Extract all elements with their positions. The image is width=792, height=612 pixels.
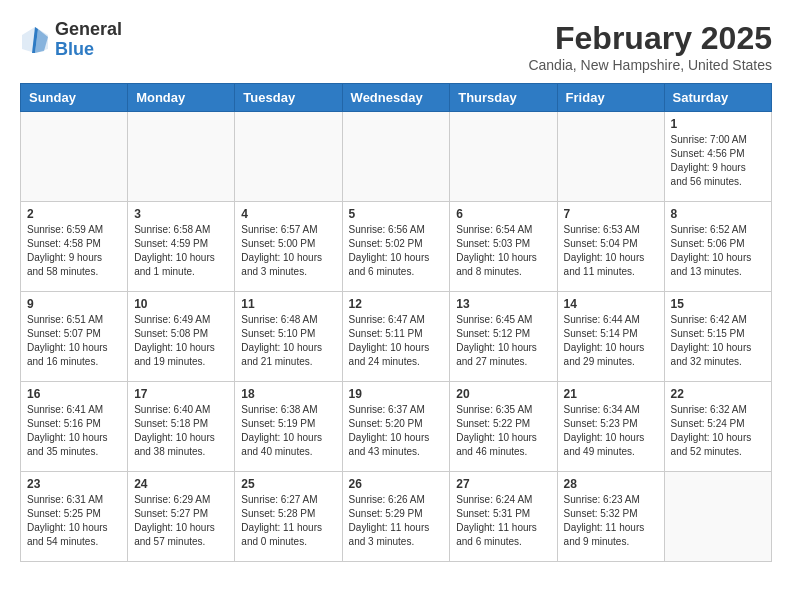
day-info: Sunrise: 6:59 AM Sunset: 4:58 PM Dayligh…: [27, 223, 121, 279]
day-info: Sunrise: 6:34 AM Sunset: 5:23 PM Dayligh…: [564, 403, 658, 459]
day-info: Sunrise: 6:31 AM Sunset: 5:25 PM Dayligh…: [27, 493, 121, 549]
day-number: 26: [349, 477, 444, 491]
calendar-week-row: 2Sunrise: 6:59 AM Sunset: 4:58 PM Daylig…: [21, 202, 772, 292]
title-area: February 2025 Candia, New Hampshire, Uni…: [528, 20, 772, 73]
day-info: Sunrise: 6:54 AM Sunset: 5:03 PM Dayligh…: [456, 223, 550, 279]
calendar-table: SundayMondayTuesdayWednesdayThursdayFrid…: [20, 83, 772, 562]
day-number: 16: [27, 387, 121, 401]
calendar-day-cell: 21Sunrise: 6:34 AM Sunset: 5:23 PM Dayli…: [557, 382, 664, 472]
calendar-day-cell: 6Sunrise: 6:54 AM Sunset: 5:03 PM Daylig…: [450, 202, 557, 292]
calendar-day-cell: [342, 112, 450, 202]
day-number: 10: [134, 297, 228, 311]
day-number: 9: [27, 297, 121, 311]
calendar-day-cell: [235, 112, 342, 202]
calendar-day-cell: 22Sunrise: 6:32 AM Sunset: 5:24 PM Dayli…: [664, 382, 771, 472]
day-number: 24: [134, 477, 228, 491]
day-info: Sunrise: 6:29 AM Sunset: 5:27 PM Dayligh…: [134, 493, 228, 549]
calendar-subtitle: Candia, New Hampshire, United States: [528, 57, 772, 73]
calendar-day-cell: [128, 112, 235, 202]
day-info: Sunrise: 6:23 AM Sunset: 5:32 PM Dayligh…: [564, 493, 658, 549]
day-number: 27: [456, 477, 550, 491]
day-info: Sunrise: 6:57 AM Sunset: 5:00 PM Dayligh…: [241, 223, 335, 279]
day-info: Sunrise: 7:00 AM Sunset: 4:56 PM Dayligh…: [671, 133, 765, 189]
day-info: Sunrise: 6:44 AM Sunset: 5:14 PM Dayligh…: [564, 313, 658, 369]
day-number: 8: [671, 207, 765, 221]
day-number: 20: [456, 387, 550, 401]
day-number: 12: [349, 297, 444, 311]
day-info: Sunrise: 6:52 AM Sunset: 5:06 PM Dayligh…: [671, 223, 765, 279]
calendar-day-cell: [664, 472, 771, 562]
calendar-day-cell: 13Sunrise: 6:45 AM Sunset: 5:12 PM Dayli…: [450, 292, 557, 382]
weekday-header-thursday: Thursday: [450, 84, 557, 112]
calendar-day-cell: 20Sunrise: 6:35 AM Sunset: 5:22 PM Dayli…: [450, 382, 557, 472]
weekday-header-monday: Monday: [128, 84, 235, 112]
calendar-day-cell: [450, 112, 557, 202]
day-info: Sunrise: 6:35 AM Sunset: 5:22 PM Dayligh…: [456, 403, 550, 459]
logo-text: General Blue: [55, 20, 122, 60]
logo-general-text: General: [55, 20, 122, 40]
weekday-header-row: SundayMondayTuesdayWednesdayThursdayFrid…: [21, 84, 772, 112]
day-number: 5: [349, 207, 444, 221]
day-number: 28: [564, 477, 658, 491]
calendar-day-cell: 9Sunrise: 6:51 AM Sunset: 5:07 PM Daylig…: [21, 292, 128, 382]
calendar-day-cell: 26Sunrise: 6:26 AM Sunset: 5:29 PM Dayli…: [342, 472, 450, 562]
logo-icon: [20, 25, 50, 55]
page-header: General Blue February 2025 Candia, New H…: [20, 20, 772, 73]
calendar-day-cell: 12Sunrise: 6:47 AM Sunset: 5:11 PM Dayli…: [342, 292, 450, 382]
day-number: 21: [564, 387, 658, 401]
calendar-title: February 2025: [528, 20, 772, 57]
day-info: Sunrise: 6:47 AM Sunset: 5:11 PM Dayligh…: [349, 313, 444, 369]
calendar-day-cell: 28Sunrise: 6:23 AM Sunset: 5:32 PM Dayli…: [557, 472, 664, 562]
day-number: 3: [134, 207, 228, 221]
day-number: 4: [241, 207, 335, 221]
calendar-week-row: 1Sunrise: 7:00 AM Sunset: 4:56 PM Daylig…: [21, 112, 772, 202]
logo: General Blue: [20, 20, 122, 60]
day-info: Sunrise: 6:41 AM Sunset: 5:16 PM Dayligh…: [27, 403, 121, 459]
calendar-week-row: 9Sunrise: 6:51 AM Sunset: 5:07 PM Daylig…: [21, 292, 772, 382]
calendar-day-cell: 10Sunrise: 6:49 AM Sunset: 5:08 PM Dayli…: [128, 292, 235, 382]
calendar-week-row: 23Sunrise: 6:31 AM Sunset: 5:25 PM Dayli…: [21, 472, 772, 562]
day-info: Sunrise: 6:24 AM Sunset: 5:31 PM Dayligh…: [456, 493, 550, 549]
day-number: 22: [671, 387, 765, 401]
calendar-day-cell: [557, 112, 664, 202]
calendar-day-cell: 18Sunrise: 6:38 AM Sunset: 5:19 PM Dayli…: [235, 382, 342, 472]
day-number: 1: [671, 117, 765, 131]
weekday-header-wednesday: Wednesday: [342, 84, 450, 112]
day-number: 18: [241, 387, 335, 401]
calendar-day-cell: 3Sunrise: 6:58 AM Sunset: 4:59 PM Daylig…: [128, 202, 235, 292]
day-info: Sunrise: 6:53 AM Sunset: 5:04 PM Dayligh…: [564, 223, 658, 279]
logo-blue-text: Blue: [55, 40, 122, 60]
day-number: 11: [241, 297, 335, 311]
calendar-day-cell: [21, 112, 128, 202]
calendar-day-cell: 8Sunrise: 6:52 AM Sunset: 5:06 PM Daylig…: [664, 202, 771, 292]
day-number: 13: [456, 297, 550, 311]
day-number: 25: [241, 477, 335, 491]
day-number: 14: [564, 297, 658, 311]
day-info: Sunrise: 6:56 AM Sunset: 5:02 PM Dayligh…: [349, 223, 444, 279]
day-info: Sunrise: 6:49 AM Sunset: 5:08 PM Dayligh…: [134, 313, 228, 369]
calendar-day-cell: 24Sunrise: 6:29 AM Sunset: 5:27 PM Dayli…: [128, 472, 235, 562]
calendar-week-row: 16Sunrise: 6:41 AM Sunset: 5:16 PM Dayli…: [21, 382, 772, 472]
day-info: Sunrise: 6:27 AM Sunset: 5:28 PM Dayligh…: [241, 493, 335, 549]
day-number: 2: [27, 207, 121, 221]
day-info: Sunrise: 6:51 AM Sunset: 5:07 PM Dayligh…: [27, 313, 121, 369]
calendar-day-cell: 16Sunrise: 6:41 AM Sunset: 5:16 PM Dayli…: [21, 382, 128, 472]
weekday-header-sunday: Sunday: [21, 84, 128, 112]
day-number: 7: [564, 207, 658, 221]
day-number: 6: [456, 207, 550, 221]
calendar-day-cell: 23Sunrise: 6:31 AM Sunset: 5:25 PM Dayli…: [21, 472, 128, 562]
calendar-day-cell: 11Sunrise: 6:48 AM Sunset: 5:10 PM Dayli…: [235, 292, 342, 382]
day-number: 15: [671, 297, 765, 311]
day-info: Sunrise: 6:32 AM Sunset: 5:24 PM Dayligh…: [671, 403, 765, 459]
calendar-day-cell: 2Sunrise: 6:59 AM Sunset: 4:58 PM Daylig…: [21, 202, 128, 292]
day-info: Sunrise: 6:45 AM Sunset: 5:12 PM Dayligh…: [456, 313, 550, 369]
day-number: 19: [349, 387, 444, 401]
weekday-header-saturday: Saturday: [664, 84, 771, 112]
calendar-day-cell: 17Sunrise: 6:40 AM Sunset: 5:18 PM Dayli…: [128, 382, 235, 472]
calendar-day-cell: 15Sunrise: 6:42 AM Sunset: 5:15 PM Dayli…: [664, 292, 771, 382]
weekday-header-tuesday: Tuesday: [235, 84, 342, 112]
day-info: Sunrise: 6:26 AM Sunset: 5:29 PM Dayligh…: [349, 493, 444, 549]
weekday-header-friday: Friday: [557, 84, 664, 112]
day-info: Sunrise: 6:37 AM Sunset: 5:20 PM Dayligh…: [349, 403, 444, 459]
calendar-day-cell: 19Sunrise: 6:37 AM Sunset: 5:20 PM Dayli…: [342, 382, 450, 472]
